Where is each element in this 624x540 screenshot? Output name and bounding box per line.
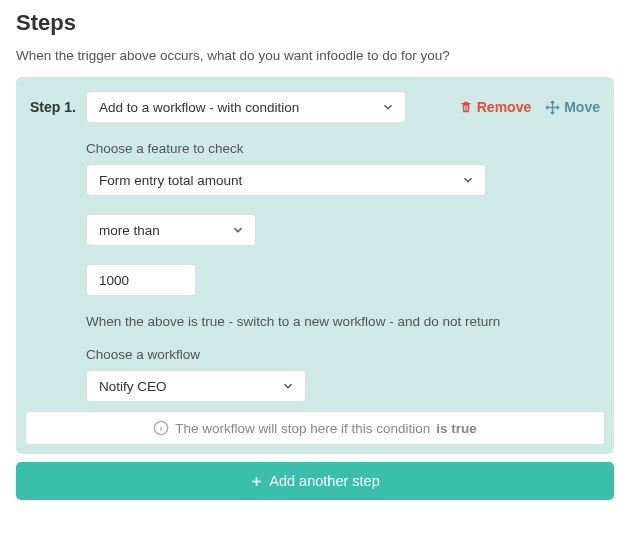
action-type-value: Add to a workflow - with condition <box>99 100 299 115</box>
step-card: Step 1. Add to a workflow - with conditi… <box>16 77 614 454</box>
comparator-value: more than <box>99 223 160 238</box>
workflow-value: Notify CEO <box>99 379 167 394</box>
switch-helper-text: When the above is true - switch to a new… <box>86 314 600 329</box>
add-step-button[interactable]: Add another step <box>16 462 614 500</box>
chevron-down-icon <box>281 379 295 393</box>
feature-select[interactable]: Form entry total amount <box>86 164 486 196</box>
info-icon <box>153 420 169 436</box>
page-title: Steps <box>16 10 614 36</box>
amount-input[interactable] <box>86 264 196 296</box>
add-step-label: Add another step <box>269 473 379 489</box>
move-label: Move <box>564 99 600 115</box>
workflow-label: Choose a workflow <box>86 347 600 362</box>
plus-icon <box>250 475 263 488</box>
feature-label: Choose a feature to check <box>86 141 600 156</box>
notice-bold: is true <box>436 421 477 436</box>
page-subtitle: When the trigger above occurs, what do y… <box>16 48 614 63</box>
chevron-down-icon <box>381 100 395 114</box>
move-button[interactable]: Move <box>545 99 600 115</box>
notice-text: The workflow will stop here if this cond… <box>175 421 430 436</box>
remove-label: Remove <box>477 99 531 115</box>
condition-notice: The workflow will stop here if this cond… <box>26 412 604 444</box>
comparator-select[interactable]: more than <box>86 214 256 246</box>
step-header: Step 1. Add to a workflow - with conditi… <box>30 91 600 123</box>
trash-icon <box>459 100 473 114</box>
action-type-select[interactable]: Add to a workflow - with condition <box>86 91 406 123</box>
chevron-down-icon <box>461 173 475 187</box>
remove-button[interactable]: Remove <box>459 99 531 115</box>
move-icon <box>545 100 560 115</box>
step-number-label: Step 1. <box>30 99 76 115</box>
feature-value: Form entry total amount <box>99 173 242 188</box>
chevron-down-icon <box>231 223 245 237</box>
workflow-select[interactable]: Notify CEO <box>86 370 306 402</box>
